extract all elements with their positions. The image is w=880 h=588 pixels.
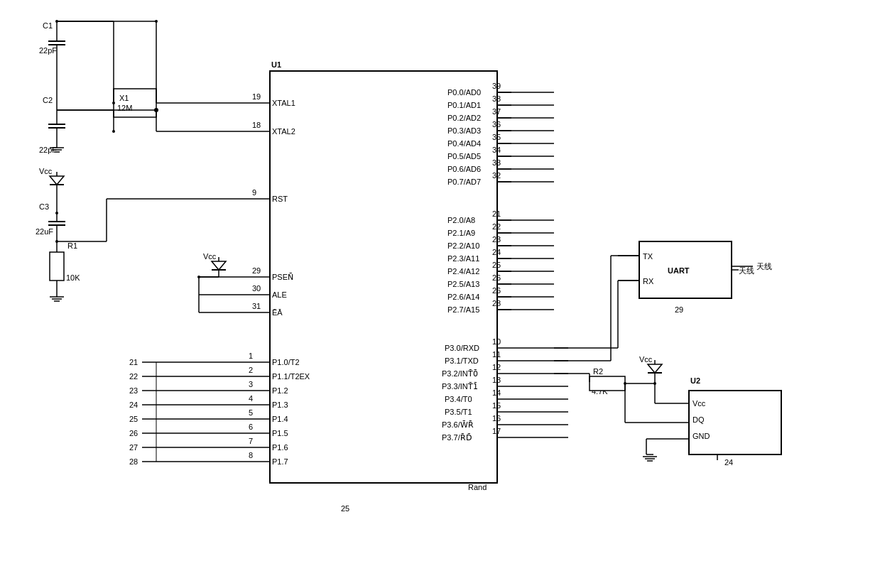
pin31-label: 31 xyxy=(252,302,261,310)
pin29-label: 29 xyxy=(252,266,261,275)
pin25-label: 25 xyxy=(492,261,501,269)
rx-label: RX xyxy=(643,277,654,285)
p20-label: P2.0/A8 xyxy=(447,216,475,224)
pin12-label: 12 xyxy=(492,363,501,371)
uart-label: UART xyxy=(668,266,690,275)
p16-label: P1.6 xyxy=(272,443,288,452)
r2-label: R2 xyxy=(593,367,603,376)
p06-label: P0.6/AD6 xyxy=(447,165,481,173)
pin33-label: 33 xyxy=(492,158,501,167)
p01-label: P0.1/AD1 xyxy=(447,101,481,109)
gnd-label: GND xyxy=(692,432,710,440)
pin37-label: 37 xyxy=(492,107,501,116)
p17-label: P1.7 xyxy=(272,457,288,466)
pin23-label: 23 xyxy=(492,235,501,244)
p11-pin: 22 xyxy=(129,372,138,381)
p33-label: P3.3/INT̄1̄ xyxy=(442,382,478,391)
p23-label: P2.3/A11 xyxy=(447,254,479,263)
pin10-label: 10 xyxy=(492,337,501,346)
r1-value: 10K xyxy=(66,273,80,282)
uart-num-label: 29 xyxy=(675,305,683,314)
p37-label: P3.7/R̄D̄ xyxy=(442,433,472,442)
p34-label: P3.4/T0 xyxy=(445,395,472,403)
p15-label: P1.5 xyxy=(272,429,288,437)
pin28-label: 28 xyxy=(492,299,501,307)
pin5-label: 5 xyxy=(249,408,253,417)
p26-label: P2.6/A14 xyxy=(447,293,479,301)
p36-label: P3.6/W̄R̄ xyxy=(442,420,474,429)
ale-label: ALE xyxy=(272,290,287,299)
p32-label: P3.2/INT̄0̄ xyxy=(442,369,478,378)
svg-point-91 xyxy=(55,240,58,243)
p17-pin: 28 xyxy=(129,457,138,466)
rst-label: RST xyxy=(272,195,288,203)
p24-label: P2.4/A12 xyxy=(447,267,479,276)
vcc-left-label: Vcc xyxy=(39,167,53,175)
p13-pin: 24 xyxy=(129,401,138,409)
c1-value: 22pF xyxy=(39,46,57,55)
r1-label: R1 xyxy=(67,241,77,250)
pin14-label: 14 xyxy=(492,388,501,397)
p14-label: P1.4 xyxy=(272,415,288,423)
vcc-u2-label: Vcc xyxy=(639,355,653,364)
pin8-label: 8 xyxy=(249,451,253,459)
pin3-label: 3 xyxy=(249,380,253,388)
antenna-label: 天线 xyxy=(739,266,754,275)
circuit-diagram: U1 XTAL1 19 XTAL2 18 RST 9 PSEN̄ 29 ALE … xyxy=(0,0,880,588)
c3-label: C3 xyxy=(39,202,49,211)
pin39-label: 39 xyxy=(492,82,501,90)
pin13-label: 13 xyxy=(492,376,501,384)
crystal-x1-label: X1 xyxy=(119,94,129,102)
pin6-label: 6 xyxy=(249,423,253,431)
pin26-label: 26 xyxy=(492,273,501,282)
pin1-label: 1 xyxy=(249,352,253,360)
u1-label: U1 xyxy=(271,60,281,69)
svg-point-123 xyxy=(653,382,656,385)
pin11-label: 11 xyxy=(492,350,501,359)
p12-label: P1.2 xyxy=(272,386,288,395)
pin34-label: 34 xyxy=(492,146,501,154)
p27-label: P2.7/A15 xyxy=(447,305,479,314)
svg-point-65 xyxy=(112,102,115,104)
p12-pin: 23 xyxy=(129,386,138,395)
p31-label: P3.1/TXD xyxy=(445,356,479,365)
c3-value: 22uF xyxy=(36,227,53,236)
p14-pin: 25 xyxy=(129,415,138,423)
svg-point-67 xyxy=(155,20,158,23)
svg-rect-39 xyxy=(114,89,156,117)
p35-label: P3.5/T1 xyxy=(445,408,472,416)
bottom-25-label: 25 xyxy=(341,504,349,513)
p00-label: P0.0/AD0 xyxy=(447,88,481,97)
u2-label: U2 xyxy=(690,376,700,385)
p02-label: P0.2/AD2 xyxy=(447,114,481,122)
p07-label: P0.7/AD7 xyxy=(447,178,481,186)
svg-rect-81 xyxy=(50,252,64,281)
pin16-label: 16 xyxy=(492,414,501,423)
crystal-12m-label: 12M xyxy=(117,104,132,112)
pin30-label: 30 xyxy=(252,284,261,293)
svg-marker-112 xyxy=(648,364,662,373)
p15-pin: 26 xyxy=(129,429,138,437)
p04-label: P0.4/AD4 xyxy=(447,139,481,148)
pin35-label: 35 xyxy=(492,133,501,141)
xtal2-label: XTAL2 xyxy=(272,127,295,136)
p10-label: P1.0/T2 xyxy=(272,358,300,366)
vcc-psen-label: Vcc xyxy=(203,252,217,261)
svg-point-66 xyxy=(55,20,58,23)
pin2-label: 2 xyxy=(249,366,253,374)
pin32-label: 32 xyxy=(492,171,501,180)
pin4-label: 4 xyxy=(249,394,253,403)
p16-pin: 27 xyxy=(129,443,138,452)
pin36-label: 36 xyxy=(492,120,501,129)
pin38-label: 38 xyxy=(492,94,501,103)
rand-label: Rand xyxy=(468,483,487,491)
c2-label: C2 xyxy=(43,96,53,104)
tianxian-label: 天线 xyxy=(756,262,772,271)
pin24-label: 24 xyxy=(492,248,501,256)
xtal1-label: XTAL1 xyxy=(272,99,295,107)
pin22-label: 22 xyxy=(492,222,501,231)
ea-label: ĒĀ xyxy=(272,308,283,317)
p03-label: P0.3/AD3 xyxy=(447,126,481,135)
p21-label: P2.1/A9 xyxy=(447,229,475,237)
svg-marker-72 xyxy=(50,176,64,185)
